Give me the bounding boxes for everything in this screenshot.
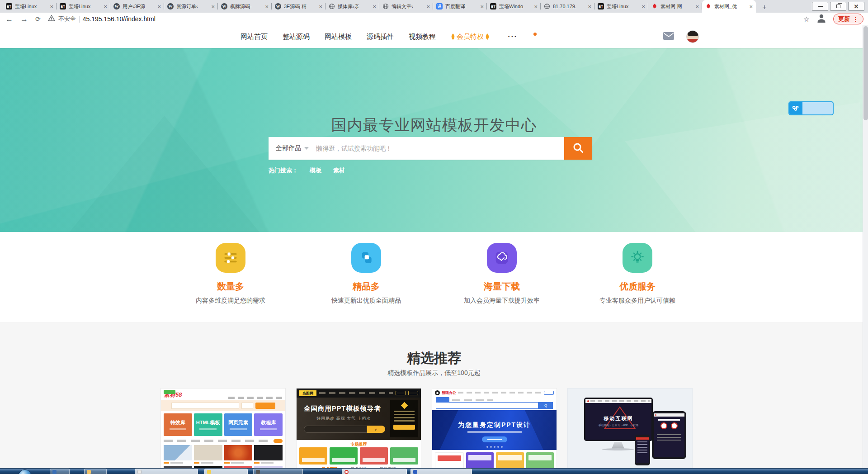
mock-filter-row bbox=[161, 437, 285, 444]
tab-baota-3[interactable]: BT宝塔Linux× bbox=[594, 0, 648, 13]
taskbar-button[interactable] bbox=[410, 469, 472, 474]
featured-card-devices[interactable]: 移动互联网 手机网站 · 公众号 · APP · 小程序 bbox=[567, 388, 693, 468]
featured-card-panda[interactable]: 熊猫办公 Q 为您量身定制PPT设计 bbox=[432, 388, 557, 468]
mock-tile bbox=[466, 452, 494, 468]
close-window-button[interactable]: ✕ bbox=[848, 2, 864, 11]
search-button[interactable] bbox=[564, 137, 592, 160]
wordpress-icon: W bbox=[167, 3, 174, 9]
mock-tile bbox=[390, 447, 418, 465]
windows-taskbar bbox=[0, 468, 868, 474]
close-icon[interactable]: × bbox=[480, 4, 484, 9]
hot-link-template[interactable]: 模板 bbox=[310, 166, 321, 175]
url-text[interactable]: 45.195.156.10//index.html bbox=[83, 15, 156, 23]
close-icon[interactable]: × bbox=[319, 4, 322, 9]
taskbar-button-chrome[interactable] bbox=[342, 469, 407, 474]
nav-item-vip[interactable]: 会员特权 bbox=[451, 33, 490, 41]
tab-media-library[interactable]: 媒体库‹亲× bbox=[326, 0, 379, 13]
back-button[interactable]: ← bbox=[5, 15, 13, 23]
lightbulb-icon bbox=[623, 243, 652, 273]
nav-item-plugins[interactable]: 源码插件 bbox=[367, 33, 394, 41]
mock-tile: 网页元素 bbox=[224, 413, 253, 436]
forward-button[interactable]: → bbox=[20, 15, 28, 23]
new-tab-button[interactable]: + bbox=[759, 2, 770, 13]
mock-search-button: Q bbox=[538, 402, 553, 409]
tab-edit-article[interactable]: 编辑文章‹× bbox=[379, 0, 433, 13]
netdisk-widget[interactable] bbox=[788, 101, 834, 115]
mock-search-button bbox=[255, 403, 275, 409]
phone-mockup bbox=[635, 435, 650, 465]
mock-select bbox=[241, 403, 253, 409]
tab-wordpress-orders[interactable]: W资源订单‹× bbox=[164, 0, 218, 13]
mock-thumbnail-grid bbox=[161, 444, 285, 468]
avatar-hair bbox=[688, 31, 698, 36]
user-avatar[interactable] bbox=[686, 30, 699, 43]
nav-item-video-tutorials[interactable]: 视频教程 bbox=[409, 33, 436, 41]
close-icon[interactable]: × bbox=[211, 4, 215, 9]
close-icon[interactable]: × bbox=[157, 4, 161, 9]
chevron-down-icon bbox=[304, 147, 309, 150]
feature-desc: 加入会员海量下载提升效率 bbox=[448, 297, 556, 305]
close-icon[interactable]: × bbox=[749, 4, 753, 9]
start-button[interactable] bbox=[18, 469, 32, 474]
flame-left-icon bbox=[451, 33, 455, 40]
close-icon[interactable]: × bbox=[50, 4, 53, 9]
minimize-button[interactable] bbox=[812, 2, 828, 11]
mock-tile bbox=[360, 447, 388, 465]
mock-vip-panel bbox=[390, 400, 418, 437]
wordpress-icon: W bbox=[275, 3, 281, 9]
nav-item-home[interactable]: 网站首页 bbox=[241, 33, 268, 41]
search-input[interactable] bbox=[315, 144, 564, 152]
mail-icon[interactable] bbox=[663, 32, 674, 42]
mock-headline: 全国商用PPT模板领导者 bbox=[304, 404, 381, 413]
tab-ip-site[interactable]: 81.70.179.× bbox=[541, 0, 594, 13]
scrollbar-thumb[interactable] bbox=[863, 26, 868, 120]
mock-search-row: ⌕ bbox=[304, 426, 385, 433]
close-icon[interactable]: × bbox=[265, 4, 269, 9]
featured-card-dangtu[interactable]: 当图网 全国商用PPT模板领导者 好用易改 高端 大气 上档次 ⌕ bbox=[296, 388, 421, 468]
mock-category-tiles: 特效库 HTML模板 网页元素 教程库 bbox=[161, 411, 285, 437]
close-icon[interactable]: × bbox=[695, 4, 699, 9]
profile-avatar-icon[interactable] bbox=[816, 13, 827, 25]
close-icon[interactable]: × bbox=[642, 4, 645, 9]
taskbar-button[interactable] bbox=[253, 469, 303, 474]
mock-tagline: 手机网站 · 公众号 · APP · 小程序 bbox=[585, 423, 651, 427]
tab-wordpress-qipai[interactable]: W棋牌源码-× bbox=[218, 0, 272, 13]
tab-sucai-active[interactable]: 素材网_优× bbox=[702, 0, 756, 13]
taskbar-button[interactable] bbox=[84, 469, 107, 474]
tab-baidu-translate[interactable]: 译百度翻译-× bbox=[433, 0, 487, 13]
tab-sucai-1[interactable]: 素材网-网× bbox=[648, 0, 702, 13]
tab-baota-2[interactable]: BT宝塔Linux× bbox=[57, 0, 110, 13]
tab-wordpress-users[interactable]: W用户‹3E源× bbox=[110, 0, 164, 13]
reload-button[interactable]: ⟳ bbox=[35, 15, 41, 23]
taskbar-button[interactable] bbox=[204, 469, 248, 474]
taskbar-button[interactable] bbox=[135, 469, 198, 474]
tile-label: 教程库 bbox=[261, 419, 276, 426]
bookmark-star-icon[interactable]: ☆ bbox=[803, 15, 810, 24]
taskbar-button[interactable] bbox=[50, 469, 70, 474]
hot-link-material[interactable]: 素材 bbox=[333, 166, 345, 175]
nav-item-templates[interactable]: 网站模板 bbox=[325, 33, 352, 41]
search-category-dropdown[interactable]: 全部作品 bbox=[269, 144, 315, 152]
close-icon[interactable]: × bbox=[373, 4, 376, 9]
restore-button[interactable] bbox=[830, 2, 846, 11]
omnibox[interactable]: 不安全 45.195.156.10//index.html bbox=[48, 15, 156, 23]
close-icon[interactable]: × bbox=[588, 4, 591, 9]
close-icon[interactable]: × bbox=[534, 4, 538, 9]
tab-baota-windows[interactable]: BT宝塔Windo× bbox=[487, 0, 541, 13]
featured-card-sucai58[interactable]: 素材58 特效库 HTML模板 网页元素 教程库 bbox=[160, 388, 286, 468]
tab-wordpress-3e[interactable]: W3E源码-精× bbox=[272, 0, 326, 13]
more-menu-button[interactable]: ••• bbox=[508, 34, 518, 39]
app-icon bbox=[256, 470, 260, 474]
close-icon[interactable]: × bbox=[426, 4, 430, 9]
mock-section-label: 专题推荐 bbox=[297, 440, 421, 447]
tab-baota-1[interactable]: BT宝塔Linux× bbox=[3, 0, 57, 13]
hero-title: 国内最专业网站模板开发中心 bbox=[0, 115, 868, 136]
vertical-scrollbar[interactable] bbox=[863, 25, 868, 468]
close-icon[interactable]: × bbox=[104, 4, 107, 9]
flame-icon bbox=[705, 3, 712, 9]
address-bar-actions: ☆ 更新⋮ bbox=[803, 13, 863, 25]
update-button[interactable]: 更新⋮ bbox=[833, 14, 863, 24]
nav-item-fullsite-source[interactable]: 整站源码 bbox=[283, 33, 310, 41]
globe-icon bbox=[382, 3, 389, 9]
avatar-shirt bbox=[687, 39, 699, 43]
